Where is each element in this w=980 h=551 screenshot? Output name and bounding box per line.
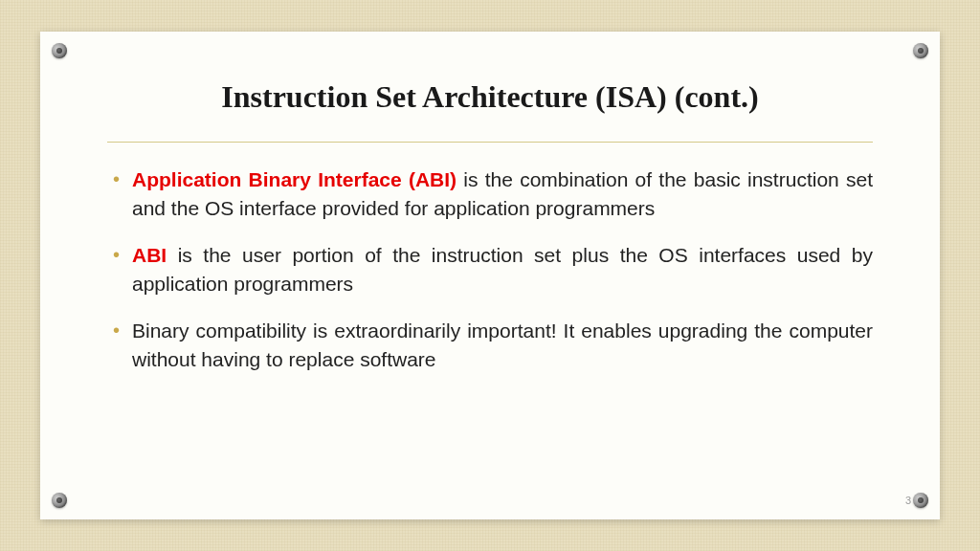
highlight-text: Application Binary Interface (ABI) — [132, 168, 457, 190]
page-number: 3 — [905, 495, 911, 506]
bullet-text: Binary compatibility is extraordinarily … — [132, 320, 873, 370]
list-item: Binary compatibility is extraordinarily … — [107, 317, 873, 375]
pin-icon — [913, 43, 928, 58]
divider-line — [107, 142, 873, 143]
slide-title: Instruction Set Architecture (ISA) (cont… — [107, 79, 873, 115]
pin-icon — [52, 493, 67, 508]
highlight-text: ABI — [132, 244, 167, 266]
bullet-text: is the user portion of the instruction s… — [132, 244, 873, 295]
list-item: Application Binary Interface (ABI) is th… — [107, 165, 873, 224]
bullet-list: Application Binary Interface (ABI) is th… — [107, 165, 873, 375]
list-item: ABI is the user portion of the instructi… — [107, 241, 873, 299]
pin-icon — [52, 43, 67, 58]
slide-container: Instruction Set Architecture (ISA) (cont… — [40, 32, 940, 519]
pin-icon — [913, 493, 928, 508]
